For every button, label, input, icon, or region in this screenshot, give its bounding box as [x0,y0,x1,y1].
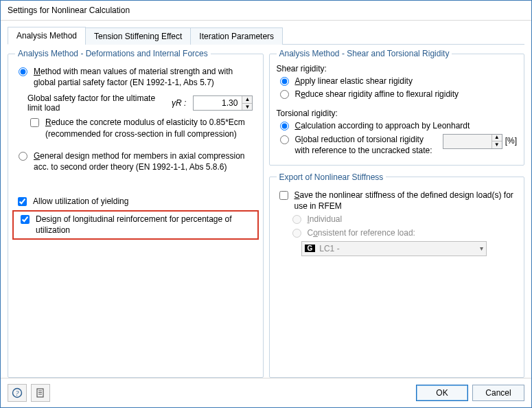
checkbox-allow-yielding[interactable] [18,197,27,206]
ref-load-label: LC1 - [319,244,479,253]
design-longitudinal-row: Design of longitudinal reinforcement for… [18,214,253,236]
safety-factor-row: Global safety factor for the ultimate li… [27,93,256,113]
document-icon [35,387,46,398]
tab-iteration-parameters[interactable]: Iteration Parameters [190,27,283,45]
reduce-modulus-label: Reduce the concrete modulus of elasticit… [45,117,256,139]
radio-export-consistent [292,229,301,238]
radio-method-general-row: General design method for members in axi… [15,150,256,172]
allow-yielding-label: Allow utilization of yielding [33,196,128,207]
help-icon: ? [12,387,23,398]
ref-load-row: G LC1 - ▾ [301,241,518,256]
checkbox-reduce-modulus[interactable] [30,118,39,127]
radio-export-individual [292,215,301,224]
torsion-pct-input [443,135,491,148]
tab-analysis-method[interactable]: Analysis Method [8,27,86,45]
radio-torsion-global[interactable] [280,135,289,144]
radio-shear-reduce[interactable] [280,90,289,99]
dialog-nonlinear-settings: Settings for Nonlinear Calculation Analy… [0,0,532,408]
help-button[interactable]: ? [8,384,27,402]
tabstrip: Analysis Method Tension Stiffening Effec… [8,26,524,45]
gamma-spinner: ▲ ▼ [193,95,253,111]
torsion-pct-up: ▲ [492,135,502,142]
group-export-stiffness-title: Export of Nonlinear Stiffness [277,172,386,182]
dropdown-reference-load: G LC1 - ▾ [301,241,487,256]
save-stiffness-label: Save the nonlinear stiffness of the defi… [294,190,518,212]
window-title: Settings for Nonlinear Calculation [8,5,130,15]
gamma-symbol: γR : [172,98,186,108]
panel-area: Analysis Method - Deformations and Inter… [8,45,524,378]
export-consistent-label: Consistent for reference load: [308,227,415,238]
safety-factor-label: Global safety factor for the ultimate li… [27,93,165,113]
radio-method-mean[interactable] [19,67,27,76]
group-deformations-title: Analysis Method - Deformations and Inter… [15,49,211,58]
radio-method-mean-row: Method with mean values of material stre… [15,66,256,88]
radio-shear-linear-label: Apply linear elastic shear rigidity [295,76,413,87]
content-area: Analysis Method Tension Stiffening Effec… [1,21,531,378]
chevron-down-icon: ▾ [480,245,483,252]
group-shear-torsion-title: Analysis Method - Shear and Torsional Ri… [277,49,452,58]
radio-method-mean-label: Method with mean values of material stre… [34,66,256,88]
radio-torsion-leonhardt-row: Calculation according to approach by Leo… [277,120,518,131]
radio-shear-reduce-row: Reduce shear rigidity affine to flexural… [277,89,518,100]
radio-method-general-label: General design method for members in axi… [34,150,256,172]
checkbox-design-longitudinal[interactable] [21,215,30,224]
gamma-spin-down[interactable]: ▼ [242,104,252,111]
tab-tension-stiffening[interactable]: Tension Stiffening Effect [85,27,191,45]
export-individual-label: Individual [308,214,343,225]
radio-shear-linear-row: Apply linear elastic shear rigidity [277,76,518,87]
radio-shear-reduce-label: Reduce shear rigidity affine to flexural… [295,89,459,100]
radio-method-general[interactable] [19,152,27,161]
gamma-input[interactable] [194,96,242,110]
radio-torsion-leonhardt[interactable] [280,122,289,131]
allow-yielding-row: Allow utilization of yielding [15,196,256,208]
right-column: Analysis Method - Shear and Torsional Ri… [269,49,525,378]
export-consistent-row: Consistent for reference load: [289,227,518,238]
save-stiffness-row: Save the nonlinear stiffness of the defi… [277,190,518,212]
svg-text:?: ? [16,389,19,397]
torsion-pct-wrap: ▲ ▼ [%] [443,134,517,149]
footer: ? OK Cancel [1,378,531,407]
group-deformations: Analysis Method - Deformations and Inter… [8,49,264,378]
ref-load-badge: G [305,245,316,252]
radio-torsion-global-row: Global reduction of torsional rigidity w… [277,134,518,156]
checkbox-save-stiffness[interactable] [279,191,288,200]
torsion-pct-down: ▼ [492,141,502,148]
radio-torsion-global-label: Global reduction of torsional rigidity w… [295,134,439,156]
group-shear-torsion: Analysis Method - Shear and Torsional Ri… [269,49,525,166]
defaults-button[interactable] [31,384,50,402]
left-column: Analysis Method - Deformations and Inter… [8,49,264,378]
torsion-heading: Torsional rigidity: [277,109,518,118]
radio-torsion-leonhardt-label: Calculation according to approach by Leo… [295,120,470,131]
gamma-spin-up[interactable]: ▲ [242,96,252,104]
design-longitudinal-label: Design of longitudinal reinforcement for… [36,214,253,236]
cancel-button[interactable]: Cancel [472,385,524,401]
group-export-stiffness: Export of Nonlinear Stiffness Save the n… [269,172,525,378]
gamma-spin-buttons: ▲ ▼ [242,96,252,110]
export-individual-row: Individual [289,214,518,225]
reduce-modulus-row: Reduce the concrete modulus of elasticit… [27,117,256,139]
torsion-pct-unit: [%] [505,135,517,146]
highlight-design-longitudinal: Design of longitudinal reinforcement for… [12,210,259,239]
titlebar: Settings for Nonlinear Calculation [1,1,531,21]
shear-heading: Shear rigidity: [277,64,518,73]
ok-button[interactable]: OK [416,385,468,401]
radio-shear-linear[interactable] [280,77,289,86]
